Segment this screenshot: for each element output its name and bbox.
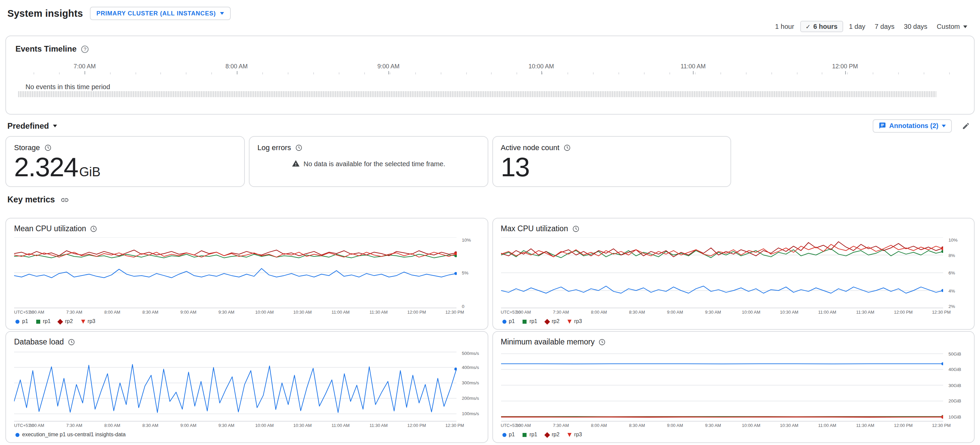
y-tick-label: 4% [948,288,955,293]
legend-item-rp1[interactable]: rp1 [36,318,51,325]
database-load-y-axis: 100ms/s200ms/s300ms/s400ms/s500ms/s [459,350,479,421]
x-tick-label: 8:30 AM [142,310,158,314]
active-node-count-header: Active node count [501,143,723,152]
x-tick-label: 8:30 AM [142,423,158,428]
y-tick-label: 5% [462,271,469,275]
time-range-6-hours[interactable]: ✓ 6 hours [800,21,843,32]
max-cpu-title-row: Max CPU utilization [501,225,966,233]
storage-value-number: 2.324 [14,153,78,181]
x-tick-label: 11:00 AM [818,423,836,428]
legend-label: rp3 [574,318,582,325]
x-tick-label: 9:30 AM [218,310,234,314]
x-tick-label: 12:30 PM [932,310,951,314]
x-tick-label: 7:30 AM [553,310,569,314]
circle-marker-icon [502,319,506,323]
min-memory-plot[interactable] [501,350,943,421]
legend-item-rp3[interactable]: rp3 [568,432,582,438]
no-events-message: No events in this time period [25,83,110,90]
legend-item-p1[interactable]: p1 [502,432,515,438]
timeline-minor-tick [898,72,899,74]
timeline-minor-tick [110,72,110,74]
legend-item-rp3[interactable]: rp3 [568,318,582,325]
timeline-major-tick [85,71,86,74]
y-tick-label: 50GiB [948,351,961,356]
legend-label: rp1 [530,318,537,325]
database-load-plot-wrap: 100ms/s200ms/s300ms/s400ms/s500ms/s [14,349,479,421]
timeline-minor-tick [619,72,619,74]
legend-label: rp3 [574,432,582,438]
key-metrics-label: Key metrics [7,195,55,204]
legend-item-rp3[interactable]: rp3 [81,318,95,325]
legend-label: rp2 [552,318,559,325]
x-tick-label: 12:00 PM [407,423,426,428]
database-load-x-axis: UTC+5:307:00 AM7:30 AM8:00 AM8:30 AM9:00… [14,423,457,429]
link-icon[interactable] [60,195,69,204]
min-memory-x-axis: UTC+5:307:00 AM7:30 AM8:00 AM8:30 AM9:00… [501,423,943,429]
timeline-minor-tick [517,72,517,74]
time-range-custom[interactable]: Custom [932,21,972,32]
edit-dashboard-button[interactable] [961,120,971,131]
legend-item-rp1[interactable]: rp1 [523,318,537,325]
legend-item-p1[interactable]: p1 [16,318,28,325]
x-tick-label: 10:30 AM [293,423,312,428]
help-icon[interactable]: ? [81,45,89,52]
clock-icon [572,225,579,232]
database-load-plot[interactable] [14,350,457,421]
x-tick-label: 9:00 AM [667,423,683,428]
x-tick-label: 8:00 AM [104,310,120,314]
annotations-dropdown[interactable]: Annotations (2) [872,119,952,132]
max-cpu-y-axis: 2%4%6%8%10% [946,237,966,308]
y-tick-label: 400ms/s [462,365,479,370]
square-marker-icon [36,319,40,323]
x-tick-label: 9:30 AM [218,423,234,428]
x-tick-label: 8:00 AM [104,423,120,428]
timeline-minor-tick [949,72,950,74]
timeline-minor-tick [186,72,187,74]
y-tick-label: 6% [948,271,955,275]
timeline-minor-tick [288,72,288,74]
diamond-marker-icon [545,319,550,324]
mean-cpu-utilization-card: Mean CPU utilization 05%10% UTC+5:307:00… [5,218,488,330]
max-cpu-plot[interactable] [501,237,943,308]
summary-cards-row: Storage 2.324 GiB Log errors No data is … [5,136,975,187]
time-range-6-hours-label: 6 hours [813,23,837,30]
x-tick-label: 12:00 PM [894,310,913,314]
legend-label: rp1 [43,318,51,325]
legend-item-rp1[interactable]: rp1 [523,432,537,438]
timeline-minor-tick [873,72,874,74]
x-tick-label: 11:30 AM [370,423,388,428]
mean-cpu-title: Mean CPU utilization [14,225,86,233]
max-cpu-x-axis: UTC+5:307:00 AM7:30 AM8:00 AM8:30 AM9:00… [501,310,943,316]
x-tick-label: 9:30 AM [705,310,721,314]
database-load-title-row: Database load [14,338,479,346]
cluster-selector-button[interactable]: PRIMARY CLUSTER (ALL INSTANCES) [89,7,231,20]
timeline-major-tick [693,71,694,74]
legend-item-p1[interactable]: p1 [502,318,515,325]
key-metrics-header: Key metrics [7,195,973,204]
legend-item-rp2[interactable]: rp2 [545,432,559,438]
log-errors-card-title: Log errors [258,143,291,152]
time-range-7-days[interactable]: 7 days [870,21,899,32]
y-tick-label: 100ms/s [462,412,479,416]
timeline-major-tick [541,71,542,74]
chevron-down-icon [53,124,57,127]
timeline-minor-tick [59,72,60,74]
timeline-minor-tick [797,72,797,74]
x-tick-label: 7:30 AM [553,423,569,428]
time-range-1-hour[interactable]: 1 hour [770,21,799,32]
storage-card: Storage 2.324 GiB [5,136,245,187]
timeline-minor-tick [364,72,365,74]
time-range-1-day[interactable]: 1 day [844,21,870,32]
time-range-30-days[interactable]: 30 days [899,21,932,32]
mean-cpu-plot[interactable] [14,237,457,308]
timeline-axis-label: 12:00 PM [832,63,858,70]
mean-cpu-plot-wrap: 05%10% [14,236,479,308]
x-tick-label: 9:00 AM [180,423,197,428]
y-tick-label: 500ms/s [462,351,479,356]
timeline-minor-tick [695,72,695,74]
legend-item-execution_time[interactable]: execution_time p1 us-central1 insights-d… [16,432,126,438]
predefined-dropdown[interactable]: Predefined [7,121,57,130]
legend-item-rp2[interactable]: rp2 [545,318,559,325]
x-tick-label: 12:00 PM [407,310,426,314]
legend-item-rp2[interactable]: rp2 [59,318,73,325]
